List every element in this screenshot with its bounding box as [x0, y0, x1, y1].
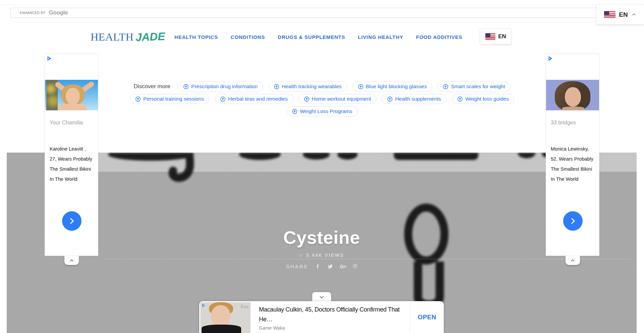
explore-arrow-icon: [304, 96, 310, 102]
main-nav: HEALTH TOPICS CONDITIONS DRUGS & SUPPLEM…: [174, 24, 462, 49]
facebook-icon[interactable]: [315, 264, 321, 269]
language-selector-header[interactable]: EN: [480, 29, 511, 44]
pill-prescription-drug-information[interactable]: Prescription drug information: [178, 81, 263, 92]
views-counter: ◇ 5.44K VIEWS: [7, 253, 637, 258]
ad-card-bottom[interactable]: Fou Macaulay Culkin, 45, Doctors Officia…: [199, 301, 444, 333]
explore-arrow-icon: [292, 109, 298, 114]
ad-headline[interactable]: Macaulay Culkin, 45, Doctors Officially …: [259, 305, 411, 324]
us-flag-icon: [604, 11, 615, 18]
photo-placeholder: [211, 305, 230, 327]
dashed-divider: [104, 259, 630, 259]
pill-health-supplements[interactable]: Health supplements: [382, 94, 446, 104]
explore-arrow-icon: [220, 96, 226, 102]
chevron-up-icon: [69, 258, 74, 263]
ad-next-button[interactable]: [62, 211, 82, 231]
ad-headline[interactable]: Monica Lewinsky, 52, Wears Probably The …: [551, 144, 595, 184]
discover-label: Discover more: [134, 83, 171, 90]
google-logo: Google: [49, 9, 68, 16]
logo-text-jade: JADE: [135, 30, 165, 44]
top-divider: [0, 5, 644, 5]
language-code: EN: [619, 11, 628, 18]
nav-drugs-supplements[interactable]: DRUGS & SUPPLEMENTS: [278, 34, 345, 40]
ad-advertiser: Your Chamilia: [50, 120, 83, 126]
twitter-icon[interactable]: [327, 264, 333, 269]
pinterest-icon[interactable]: ℗: [353, 263, 357, 269]
ad-image-left[interactable]: [45, 80, 98, 110]
site-logo[interactable]: HEALTH JADE: [91, 31, 165, 43]
ad-advertiser: 33 bridges: [551, 120, 576, 126]
ad-card-left[interactable]: Your Chamilia Karoline Leavitt , 27, Wea…: [45, 54, 98, 256]
chevron-down-icon: [319, 294, 325, 300]
explore-arrow-icon: [387, 96, 393, 102]
ad-card-right[interactable]: 33 bridges Monica Lewinsky, 52, Wears Pr…: [546, 54, 599, 256]
pill-row: Weight Loss Programs: [286, 106, 358, 116]
share-label: SHARE: [286, 264, 309, 269]
photo-backdrop-text: Fou: [241, 304, 249, 310]
photo-placeholder: [546, 80, 599, 110]
page: ENHANCED BY Google EN HEALTH JADE HEALTH…: [0, 0, 644, 333]
pill-weight-loss-programs[interactable]: Weight Loss Programs: [286, 106, 358, 116]
nav-food-additives[interactable]: FOOD ADDITIVES: [416, 34, 462, 40]
nav-conditions[interactable]: CONDITIONS: [231, 34, 265, 40]
pill-weight-loss-guides[interactable]: Weight loss guides: [452, 94, 514, 104]
pill-blue-light-blocking-glasses[interactable]: Blue light blocking glasses: [353, 81, 432, 92]
explore-arrow-icon: [358, 84, 364, 90]
chevron-up-icon: [631, 12, 636, 17]
pill-row: Discover more Prescription drug informat…: [134, 81, 511, 92]
pill-personal-training-sessions[interactable]: Personal training sessions: [130, 94, 209, 104]
ad-collapse-tab-left[interactable]: [64, 256, 79, 265]
logo-text-health: HEALTH: [91, 31, 133, 43]
search-input[interactable]: ENHANCED BY Google: [10, 8, 634, 18]
pill-smart-scales-for-weight[interactable]: Smart scales for weight: [437, 81, 510, 92]
language-code: EN: [498, 33, 506, 40]
pill-health-tracking-wearables[interactable]: Health tracking wearables: [268, 81, 347, 92]
explore-arrow-icon: [443, 84, 448, 90]
ad-image-right[interactable]: [546, 80, 599, 110]
explore-arrow-icon: [274, 84, 279, 90]
pill-herbal-teas-and-remedies[interactable]: Herbal teas and remedies: [215, 94, 293, 104]
chevron-right-icon: [569, 217, 577, 225]
adchoices-icon[interactable]: [46, 56, 52, 61]
nav-health-topics[interactable]: HEALTH TOPICS: [174, 34, 218, 40]
google-plus-icon[interactable]: G+: [340, 264, 346, 269]
chevron-right-icon: [67, 217, 76, 225]
adchoices-icon[interactable]: [547, 56, 553, 61]
ad-headline[interactable]: Karoline Leavitt , 27, Wears Probably Th…: [50, 144, 94, 184]
ad-open-button[interactable]: OPEN: [410, 301, 444, 333]
explore-arrow-icon: [183, 84, 189, 90]
views-count-text: 5.44K VIEWS: [306, 253, 344, 258]
us-flag-icon: [485, 33, 495, 40]
pill-row: Personal training sessions Herbal teas a…: [130, 94, 514, 104]
language-selector-top[interactable]: EN: [596, 5, 644, 24]
ad-next-button[interactable]: [563, 211, 583, 231]
explore-arrow-icon: [135, 96, 141, 102]
ad-collapse-tab-right[interactable]: [566, 256, 580, 265]
ad-dismiss-tab-bottom[interactable]: [312, 292, 331, 302]
article-title: Cysteine: [7, 227, 637, 248]
site-header: HEALTH JADE HEALTH TOPICS CONDITIONS DRU…: [0, 24, 644, 49]
search-branding-label: ENHANCED BY: [20, 11, 46, 15]
nav-living-healthy[interactable]: LIVING HEALTHY: [358, 34, 403, 40]
ad-advertiser: Game Waka: [259, 325, 285, 331]
chevron-up-icon: [570, 258, 576, 263]
explore-arrow-icon: [457, 96, 463, 102]
photo-placeholder: [45, 80, 98, 110]
ad-image-bottom[interactable]: Fou: [200, 302, 251, 333]
views-icon: ◇: [299, 253, 303, 258]
adchoices-icon[interactable]: [202, 303, 206, 308]
photo-placeholder: [202, 325, 241, 333]
pill-home-workout-equipment[interactable]: Home workout equipment: [299, 94, 377, 104]
share-bar: SHARE G+ ℗: [7, 263, 637, 269]
